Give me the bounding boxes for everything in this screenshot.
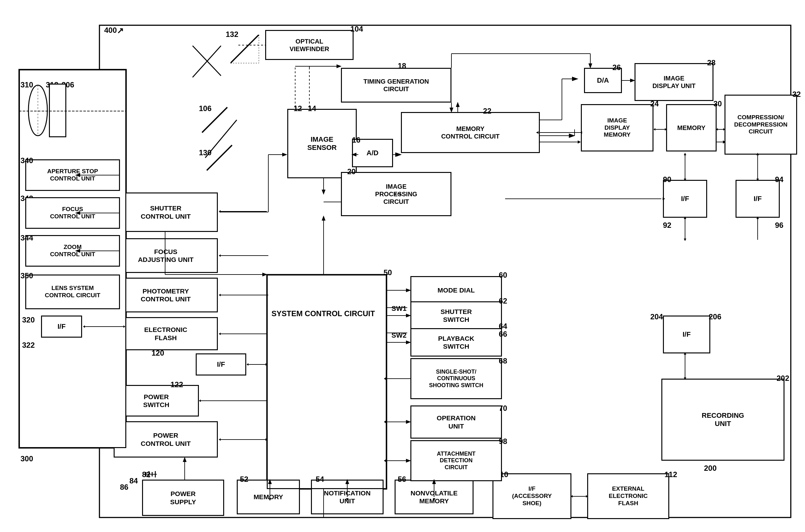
- number-28: 28: [707, 58, 716, 67]
- focus-control-box: FOCUSCONTROL UNIT: [25, 197, 120, 229]
- if-lens-box: I/F: [41, 316, 82, 338]
- power-switch-box: POWERSWITCH: [114, 385, 199, 417]
- number-106: 106: [199, 104, 211, 113]
- number-340: 340: [20, 156, 33, 165]
- number-96: 96: [775, 221, 784, 230]
- sw1-label: SW1: [391, 304, 407, 313]
- number-122: 122: [170, 380, 183, 389]
- number-322: 322: [22, 341, 35, 349]
- image-processing-box: IMAGEPROCESSINGCIRCUIT: [341, 172, 451, 216]
- number-98: 98: [499, 437, 507, 446]
- svg-marker-92: [684, 153, 686, 155]
- attachment-detection-box: ATTACHMENTDETECTIONCIRCUIT: [410, 440, 502, 481]
- number-86: 86: [120, 483, 129, 492]
- number-60: 60: [499, 271, 507, 280]
- power-control-box: POWERCONTROL UNIT: [114, 421, 218, 458]
- number-70: 70: [499, 404, 507, 413]
- number-90: 90: [663, 175, 672, 184]
- number-22: 22: [483, 107, 491, 115]
- number-30: 30: [713, 99, 722, 108]
- number-206: 206: [709, 312, 721, 321]
- external-flash-box: EXTERNALELECTRONICFLASH: [587, 473, 669, 519]
- timing-generation-box: TIMING GENERATIONCIRCUIT: [341, 68, 451, 102]
- lens-system-box: LENS SYSTEMCONTROL CIRCUIT: [25, 274, 120, 309]
- number-14: 14: [308, 104, 316, 113]
- photometry-box: PHOTOMETRYCONTROL UNIT: [114, 278, 218, 312]
- operation-unit-box: OPERATIONUNIT: [410, 405, 502, 439]
- number-52: 52: [240, 475, 248, 484]
- shutter-control-box: SHUTTERCONTROL UNIT: [114, 192, 218, 232]
- number-202: 202: [776, 374, 789, 383]
- focus-adjusting-box: FOCUSADJUSTING UNIT: [114, 238, 218, 273]
- number-400: 400: [104, 26, 117, 35]
- recording-unit-box: RECORDINGUNIT: [661, 379, 785, 461]
- power-supply-box: POWERSUPPLY: [142, 480, 224, 516]
- number-18: 18: [398, 61, 406, 70]
- if-90-box: I/F: [663, 180, 707, 218]
- image-sensor-box: IMAGESENSOR: [287, 109, 357, 178]
- svg-line-3: [192, 46, 221, 76]
- svg-marker-51: [654, 128, 655, 131]
- number-12: 12: [294, 104, 302, 113]
- number-112: 112: [664, 470, 677, 479]
- if-204-box: I/F: [663, 316, 710, 354]
- svg-marker-105: [219, 438, 221, 441]
- number-320: 320: [22, 316, 35, 324]
- number-32: 32: [792, 90, 801, 99]
- number-66: 66: [499, 330, 507, 339]
- memory-control-box: MEMORYCONTROL CIRCUIT: [401, 112, 540, 153]
- number-310: 310: [20, 80, 33, 89]
- number-64: 64: [499, 322, 507, 331]
- svg-marker-21: [578, 140, 581, 144]
- svg-marker-73: [246, 363, 248, 366]
- number-62: 62: [499, 297, 507, 305]
- aperture-stop-box: APERTURE STOPCONTROL UNIT: [25, 159, 120, 191]
- number-300: 300: [20, 454, 33, 463]
- system-control-outer: [267, 274, 387, 489]
- number-24: 24: [650, 99, 659, 108]
- if-94-box: I/F: [735, 180, 780, 218]
- sw2-label: SW2: [391, 331, 407, 340]
- svg-line-4: [192, 46, 221, 77]
- electronic-flash-box: ELECTRONICFLASH: [114, 317, 218, 350]
- shutter-switch-box: SHUTTERSWITCH: [410, 301, 502, 330]
- compression-box: COMPRESSION/DECOMPRESSIONCIRCUIT: [725, 95, 797, 155]
- battery-symbol: [143, 470, 158, 479]
- number-344: 344: [20, 233, 33, 242]
- image-display-unit-box: IMAGEDISPLAY UNIT: [635, 63, 713, 101]
- svg-marker-108: [199, 399, 201, 402]
- number-94: 94: [775, 175, 784, 184]
- if-accessory-box: I/F(ACCESSORYSHOE): [492, 473, 572, 519]
- number-26: 26: [613, 63, 621, 72]
- mode-dial-box: MODE DIAL: [410, 276, 502, 304]
- svg-line-32: [207, 145, 232, 170]
- if-main-box: I/F: [196, 354, 246, 376]
- playback-switch-box: PLAYBACKSWITCH: [410, 328, 502, 357]
- svg-marker-96: [684, 239, 686, 241]
- diagram: 400 ↗ OPTICALVIEWFINDER 104 132 TIMING G…: [0, 0, 805, 532]
- number-50: 50: [383, 268, 392, 277]
- mirror-132: [230, 35, 262, 66]
- number-68: 68: [499, 357, 507, 365]
- optical-viewfinder-box: OPTICALVIEWFINDER: [265, 30, 354, 60]
- center-line: [19, 111, 126, 112]
- zoom-control-box: ZOOMCONTROL UNIT: [25, 235, 120, 267]
- number-104: 104: [351, 25, 363, 34]
- number-84: 84: [129, 476, 138, 485]
- number-200: 200: [704, 464, 717, 473]
- number-92: 92: [663, 221, 672, 230]
- number-120: 120: [151, 349, 164, 358]
- single-shot-box: SINGLE-SHOT/CONTINUOUSSHOOTING SWITCH: [410, 358, 502, 399]
- number-350: 350: [20, 271, 33, 280]
- nonvolatile-box: NONVOLATILEMEMORY: [395, 480, 473, 514]
- svg-marker-67: [219, 254, 221, 257]
- svg-marker-65: [219, 210, 221, 213]
- number-204: 204: [650, 312, 663, 321]
- svg-line-28: [230, 35, 259, 63]
- number-16: 16: [352, 136, 360, 145]
- svg-marker-71: [219, 332, 221, 335]
- memory-box: MEMORY: [666, 104, 717, 151]
- arrow-400: ↗: [117, 26, 124, 36]
- number-56: 56: [398, 475, 406, 484]
- svg-marker-69: [219, 294, 221, 296]
